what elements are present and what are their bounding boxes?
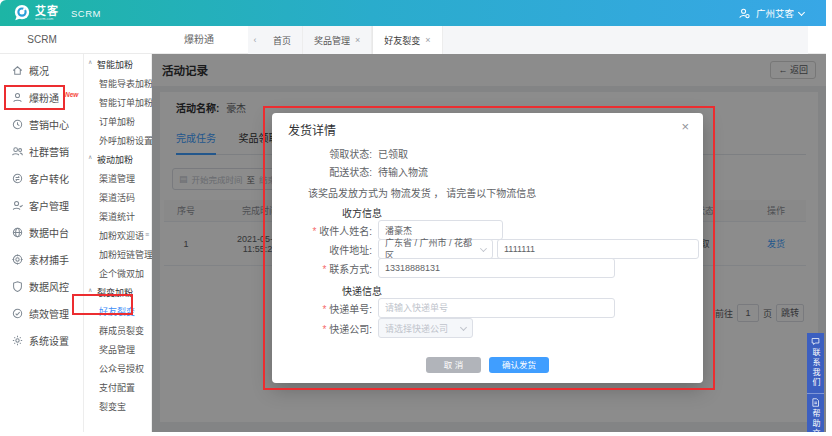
nav-row: SCRM 爆粉通 ‹ 首页 奖品管理 × 好友裂变 × › [0,26,826,54]
collapse-caret-icon: ∧ [88,148,92,167]
app-window: 艾客 wscrm.com SCRM 广州艾客 SCRM 爆粉通 ‹ 首页 奖品管… [0,0,826,432]
submenu-item[interactable]: 智能导表加粉NEW [84,72,152,91]
phone-input[interactable] [378,258,615,278]
chevron-down-icon [460,323,467,330]
submenu-item[interactable]: 外呼加粉设置 [84,129,152,148]
workspace-tabstrip: ‹ 首页 奖品管理 × 好友裂变 × [248,26,808,54]
submenu-group-passive-fans[interactable]: ∧被动加粉 [84,148,152,167]
submenu-item[interactable]: 订单加粉 [84,110,152,129]
user-icon [11,91,24,104]
close-icon[interactable]: × [681,119,689,134]
help-docs-button[interactable]: 帮助文档 [807,393,824,432]
modal-title: 发货详情 [288,121,336,138]
secondary-sidebar: ∧智能加粉 智能导表加粉NEW 智能订单加粉NEW 订单加粉 外呼加粉设置 ∧被… [84,54,152,432]
data-icon [11,226,24,239]
close-icon[interactable]: × [425,35,430,45]
tabs-scroll-left-icon[interactable]: ‹ [248,26,262,54]
tracking-number-row: 快递单号: [272,298,703,318]
sidebar-collapse-icon[interactable]: ≡ [145,231,149,238]
address-detail-input[interactable] [497,239,699,259]
submenu-item[interactable]: 企个微双加 [84,262,152,281]
modal-footer: 取 消 确认发货 [272,357,703,373]
submenu-item[interactable]: 群成员裂变 [84,319,152,338]
user-manage-icon [11,199,24,212]
recipient-section-title: 收方信息 [342,205,382,220]
submenu-item-friend-fission[interactable]: 好友裂变 [84,300,152,319]
sidebar-item-baofentong[interactable]: 爆粉通 New [0,84,84,110]
express-section-title: 快递信息 [342,283,382,298]
chat-icon [811,337,820,346]
chevron-down-icon [480,245,487,252]
workspace-tab-home[interactable]: 首页 [262,26,303,54]
shield-icon [11,280,24,293]
submenu-item[interactable]: 渠道活码 [84,186,152,205]
collapse-caret-icon: ∧ [88,53,92,72]
submenu-item[interactable]: 公众号授权 [84,357,152,376]
workspace-tab-prize-management[interactable]: 奖品管理 × [303,26,372,54]
submenu-item[interactable]: 渠道统计 [84,205,152,224]
claim-status-row: 领取状态: 已领取 [272,146,703,161]
sidebar-item-overview[interactable]: 概况 [0,57,84,83]
floating-side-buttons: 联系我们 帮助文档 [807,333,824,432]
submenu-item[interactable]: 加粉欢迎语 [84,224,152,243]
submenu-item[interactable]: 奖品管理 [84,338,152,357]
chevron-down-icon [798,8,805,15]
shipping-notice: 该奖品发放方式为 物流发货 ， 请完善以下物流信息 [308,185,536,200]
recipient-address-row: 收件地址: 广东省 / 广州市 / 花都区 [272,239,703,259]
submenu-item[interactable]: 支付配置 [84,376,152,395]
document-icon [811,398,820,407]
sidebar-item-performance[interactable]: 绩效管理 [0,300,84,326]
logo-domain-text: wscrm.com [35,17,57,21]
sidebar-header-label: SCRM [0,26,84,54]
top-header-bar: 艾客 wscrm.com SCRM 广州艾客 [0,0,826,26]
performance-icon [11,307,24,320]
submenu-group-fission-fans[interactable]: ∧裂变加粉 [84,281,152,300]
phone-row: 联系方式: [272,258,703,278]
contact-us-button[interactable]: 联系我们 [807,333,824,393]
users-icon [11,145,24,158]
close-icon[interactable]: × [355,35,360,45]
product-name: SCRM [71,8,101,19]
submenu-item[interactable]: 裂变宝 [84,395,152,414]
clock-icon [11,118,24,131]
delivery-status-value: 待输入物流 [378,164,428,179]
primary-sidebar: 概况 爆粉通 New 营销中心 社群营销 客户转化 客户管理 数据中台 [0,54,84,432]
convert-icon [11,172,24,185]
logo-bubble-icon [13,4,31,22]
claim-status-value: 已领取 [378,146,408,161]
delivery-status-row: 配送状态: 待输入物流 [272,164,703,179]
collapse-caret-icon: ∧ [88,281,92,300]
address-region-select[interactable]: 广东省 / 广州市 / 花都区 [378,239,493,259]
recipient-name-row: 收件人姓名: [272,220,703,240]
sidebar-item-customer-management[interactable]: 客户管理 [0,192,84,218]
confirm-ship-button[interactable]: 确认发货 [489,357,549,373]
sidebar-item-customer-conversion[interactable]: 客户转化 [0,165,84,191]
shipping-details-modal: 发货详情 × 领取状态: 已领取 配送状态: 待输入物流 该奖品发放方式为 物流… [272,113,703,383]
brand-logo: 艾客 wscrm.com SCRM [13,4,101,22]
user-name: 广州艾客 [756,6,794,20]
gear-icon [11,334,24,347]
logo-text: 艾客 [35,6,59,17]
module-title: 爆粉通 [184,26,214,54]
user-menu[interactable]: 广州艾客 [738,0,804,26]
new-badge: New [65,91,78,98]
user-gear-icon [738,7,751,20]
home-icon [11,64,24,77]
workspace-tab-friend-fission[interactable]: 好友裂变 × [372,26,442,54]
target-icon [11,253,24,266]
submenu-group-smart-fans[interactable]: ∧智能加粉 [84,53,152,72]
sidebar-item-risk-control[interactable]: 数据风控 [0,273,84,299]
sidebar-item-marketing-center[interactable]: 营销中心 [0,111,84,137]
sidebar-item-material-catcher[interactable]: 素材捕手 [0,246,84,272]
sidebar-item-data-platform[interactable]: 数据中台 [0,219,84,245]
submenu-item[interactable]: 加粉短链管理 [84,243,152,262]
express-company-select[interactable]: 请选择快递公司 [378,318,473,338]
sidebar-item-community-marketing[interactable]: 社群营销 [0,138,84,164]
cancel-button[interactable]: 取 消 [426,357,481,373]
screenshot-page: 艾客 wscrm.com SCRM 广州艾客 SCRM 爆粉通 ‹ 首页 奖品管… [0,0,832,436]
submenu-item[interactable]: 智能订单加粉NEW [84,91,152,110]
express-company-row: 快递公司: 请选择快递公司 [272,318,703,338]
sidebar-item-system-settings[interactable]: 系统设置 [0,327,84,353]
tracking-number-input[interactable] [378,298,615,318]
submenu-item[interactable]: 渠道管理 [84,167,152,186]
